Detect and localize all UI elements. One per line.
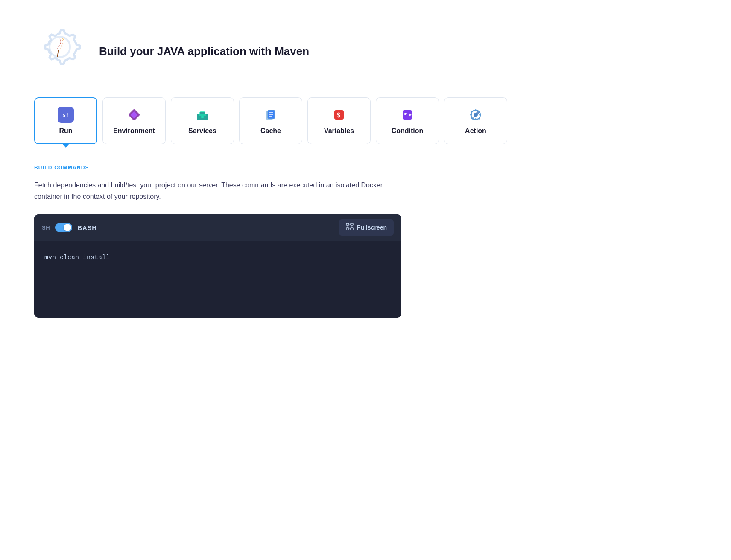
tab-bar: $! Run Environment Services	[34, 97, 697, 144]
section-description: Fetch dependencies and build/test your p…	[34, 179, 384, 202]
svg-point-0	[50, 37, 70, 57]
svg-rect-22	[475, 109, 477, 111]
section-title: BUILD COMMANDS	[34, 165, 89, 171]
tab-environment-label: Environment	[113, 127, 155, 135]
svg-text:IF: IF	[404, 112, 407, 116]
tab-run-label: Run	[59, 127, 72, 135]
svg-rect-28	[471, 117, 474, 120]
tab-condition-label: Condition	[392, 127, 424, 135]
variables-icon: $	[331, 107, 347, 123]
svg-rect-29	[478, 117, 481, 120]
run-icon: $!	[58, 107, 74, 123]
tab-action[interactable]: Action	[444, 97, 507, 144]
svg-rect-32	[346, 228, 349, 230]
svg-line-1	[58, 50, 58, 56]
tab-environment[interactable]: Environment	[102, 97, 166, 144]
svg-rect-31	[351, 223, 353, 225]
tab-cache-label: Cache	[260, 127, 281, 135]
toggle-knob	[64, 224, 71, 231]
svg-rect-25	[479, 114, 481, 116]
svg-rect-30	[346, 223, 349, 225]
fullscreen-icon	[346, 223, 354, 232]
toggle-switch[interactable]	[55, 223, 72, 232]
section-header: BUILD COMMANDS	[34, 165, 697, 171]
shell-toggle[interactable]	[55, 223, 72, 232]
services-icon	[194, 107, 211, 123]
tab-condition[interactable]: IF Condition	[376, 97, 439, 144]
code-editor: SH BASH Fullscr	[34, 214, 401, 318]
cache-icon	[263, 107, 279, 123]
svg-rect-23	[475, 118, 477, 120]
editor-toolbar-left: SH BASH	[42, 223, 97, 232]
svg-rect-8	[200, 112, 205, 114]
fullscreen-label: Fullscreen	[357, 224, 387, 231]
action-icon	[468, 107, 484, 123]
tab-cache[interactable]: Cache	[239, 97, 302, 144]
tab-run[interactable]: $! Run	[34, 97, 97, 144]
section-divider	[96, 168, 697, 168]
svg-text:$: $	[337, 111, 340, 119]
editor-toolbar: SH BASH Fullscr	[34, 214, 401, 241]
svg-text:$!: $!	[62, 112, 69, 118]
sh-label: SH	[42, 225, 50, 231]
fullscreen-button[interactable]: Fullscreen	[339, 219, 394, 236]
condition-icon: IF	[399, 107, 415, 123]
page-header: Build your JAVA application with Maven	[34, 26, 697, 77]
tab-services-label: Services	[188, 127, 216, 135]
page-title: Build your JAVA application with Maven	[99, 45, 309, 58]
tab-variables-label: Variables	[324, 127, 354, 135]
tab-variables[interactable]: $ Variables	[307, 97, 371, 144]
svg-rect-24	[470, 114, 472, 116]
bash-label: BASH	[77, 224, 97, 231]
tab-services[interactable]: Services	[171, 97, 234, 144]
app-logo	[34, 26, 85, 77]
tab-action-label: Action	[465, 127, 486, 135]
environment-icon	[126, 107, 142, 123]
editor-code[interactable]: mvn clean install	[44, 253, 391, 263]
editor-body[interactable]: mvn clean install	[34, 241, 401, 318]
svg-rect-33	[351, 228, 353, 230]
svg-rect-9	[201, 116, 204, 118]
